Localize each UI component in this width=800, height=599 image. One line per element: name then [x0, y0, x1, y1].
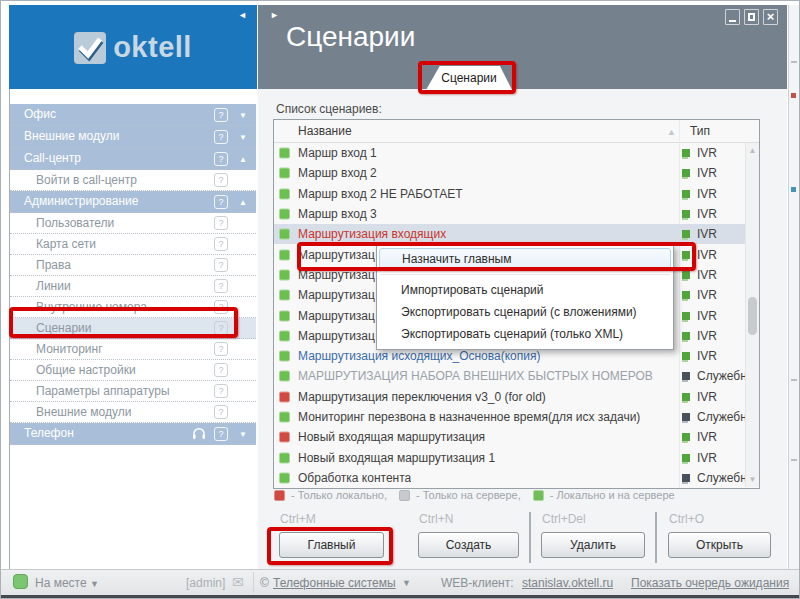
scenario-row[interactable]: МАРШРУТИЗАЦИЯ НАБОРА ВНЕШНИХ БЫСТРЫХ НОМ… — [274, 366, 745, 386]
sidebar-item-voyti-v-call-centr[interactable]: Войти в call-центр ? — [10, 170, 256, 191]
scenario-row[interactable]: Маршр вход 2 НЕ РАБОТАЕТ IVR — [274, 184, 745, 204]
scenario-type-icon — [682, 312, 690, 320]
help-icon[interactable]: ? — [214, 384, 228, 398]
scenario-row[interactable]: Новый входящая маршрутизация IVR — [274, 427, 745, 447]
scenario-type-label: IVR — [697, 451, 717, 465]
expand-arrow-icon[interactable]: ▼ — [239, 126, 247, 147]
strip-mark — [791, 459, 797, 461]
context-menu-item[interactable]: Назначить главным — [379, 248, 671, 270]
collapse-sidebar-icon[interactable]: ◄ — [238, 10, 247, 20]
scenario-name: Обработка контента — [298, 471, 411, 485]
sidebar-item-label: Линии — [36, 279, 71, 293]
sidebar-item-parametry-apparatury[interactable]: Параметры аппаратуры ? — [10, 381, 256, 402]
sidebar-item-monitoring[interactable]: Мониторинг ? — [10, 339, 256, 360]
help-icon[interactable]: ? — [214, 173, 228, 187]
scroll-down-icon[interactable]: ▼ — [746, 475, 759, 484]
scenario-row[interactable]: Маршр вход 2 IVR — [274, 163, 745, 183]
sidebar-item-vneshnie-moduli-2[interactable]: Внешние модули ? — [10, 402, 256, 423]
sidebar-item-label: Войти в call-центр — [36, 173, 137, 187]
chevron-down-icon[interactable]: ▼ — [402, 578, 411, 588]
sidebar-item-vnutrennie-nomera[interactable]: Внутренние номера ? — [10, 297, 256, 318]
scenario-type-cell: Служебн... — [682, 369, 746, 383]
maximize-button[interactable] — [744, 9, 759, 25]
expand-panel-icon[interactable]: ► — [270, 10, 279, 20]
scenario-type-icon — [682, 271, 690, 279]
scenario-type-icon — [682, 149, 690, 157]
help-icon[interactable]: ? — [214, 216, 228, 230]
sidebar-item-karta-seti[interactable]: Карта сети ? — [10, 234, 256, 255]
sidebar-item-label: Пользователи — [36, 216, 114, 230]
close-button[interactable] — [763, 9, 778, 25]
scenario-list-label: Список сценариев: — [276, 102, 382, 116]
context-menu-item[interactable]: Экспортировать сценарий (только XML) — [377, 323, 673, 345]
scenario-type-label: Служебн... — [697, 410, 746, 424]
sidebar-item-label: Внутренние номера — [36, 300, 147, 314]
scenario-row[interactable]: Обработка контента Служебн... — [274, 468, 745, 488]
mail-icon[interactable]: ✉ — [232, 574, 244, 590]
sidebar-section-vneshnie-moduli[interactable]: Внешние модули ? ▼ — [10, 126, 256, 148]
action-button-create[interactable]: Создать — [418, 532, 519, 558]
sidebar-item-prava[interactable]: Права ? — [10, 255, 256, 276]
expand-arrow-icon[interactable]: ▼ — [239, 423, 247, 444]
web-client-link[interactable]: stanislav.oktell.ru — [522, 576, 613, 590]
help-icon[interactable]: ? — [214, 300, 228, 314]
help-icon[interactable]: ? — [214, 108, 228, 122]
action-button-open[interactable]: Открыть — [668, 532, 771, 558]
sidebar-section-ofis[interactable]: Офис ? ▼ — [10, 104, 256, 126]
scenario-row[interactable]: Маршр вход 3 IVR — [274, 204, 745, 224]
header-panel: ► Сценарии — [258, 5, 787, 89]
help-icon[interactable]: ? — [214, 405, 228, 419]
tab-scenarios[interactable]: Сценарии — [426, 66, 512, 90]
scenario-type-icon — [682, 230, 690, 238]
help-icon[interactable]: ? — [214, 152, 228, 166]
sidebar-item-obschie-nastroyki[interactable]: Общие настройки ? — [10, 360, 256, 381]
help-icon[interactable]: ? — [214, 363, 228, 377]
scenario-row[interactable]: Новый входящая маршрутизация 1 IVR — [274, 447, 745, 467]
presence-status-icon[interactable] — [13, 574, 28, 589]
vertical-scrollbar[interactable]: ▲ ▼ — [745, 143, 759, 487]
help-icon[interactable]: ? — [214, 237, 228, 251]
scenario-name: Маршр вход 3 — [298, 207, 377, 221]
action-button-main[interactable]: Главный — [279, 532, 384, 558]
context-menu-item[interactable]: Импортировать сценарий — [377, 279, 673, 301]
scenario-row[interactable]: Мониторинг перезвона в назначенное время… — [274, 407, 745, 427]
scenario-type-icon — [682, 210, 690, 218]
scenario-type-icon — [682, 190, 690, 198]
action-button-delete[interactable]: Удалить — [541, 532, 645, 558]
show-waiting-queue-link[interactable]: Показать очередь ожидания — [631, 576, 789, 590]
scenario-type-cell: Служебн... — [682, 410, 746, 424]
scenario-row[interactable]: Маршр вход 1 IVR — [274, 143, 745, 163]
expand-arrow-icon[interactable]: ▲ — [239, 191, 247, 212]
strip-mark — [791, 379, 797, 381]
collapsed-side-strip[interactable] — [788, 5, 799, 569]
scroll-up-icon[interactable]: ▲ — [746, 146, 759, 155]
sidebar-section-call-centr[interactable]: Call-центр ? ▲ — [10, 148, 256, 170]
company-link[interactable]: Телефонные системы — [273, 576, 396, 590]
scenario-type-cell: IVR — [682, 349, 746, 363]
sidebar-section-administrirovanie[interactable]: Администрирование ? ▲ — [10, 191, 256, 213]
legend-item: - Только локально, — [274, 489, 387, 501]
scroll-thumb[interactable] — [748, 297, 757, 335]
help-icon[interactable]: ? — [214, 427, 228, 441]
presence-selector[interactable]: На месте ▼ — [35, 576, 99, 590]
scenario-row[interactable]: Маршрутизация переключения v3_0 (for old… — [274, 387, 745, 407]
scenario-status-icon — [279, 432, 290, 443]
help-icon[interactable]: ? — [214, 279, 228, 293]
help-icon[interactable]: ? — [214, 321, 228, 335]
sidebar-section-telefon[interactable]: Телефон ? ▼ — [10, 423, 256, 445]
scenario-row[interactable]: Маршрутизация входящих IVR — [274, 224, 745, 244]
sidebar-item-polzovateli[interactable]: Пользователи ? — [10, 213, 256, 234]
column-header-type[interactable]: Тип — [690, 124, 710, 138]
help-icon[interactable]: ? — [214, 195, 228, 209]
help-icon[interactable]: ? — [214, 258, 228, 272]
help-icon[interactable]: ? — [214, 130, 228, 144]
context-menu-item[interactable]: Экспортировать сценарий (с вложениями) — [377, 301, 673, 323]
expand-arrow-icon[interactable]: ▼ — [239, 104, 247, 125]
sidebar-item-scenarii[interactable]: Сценарии ? — [10, 318, 256, 339]
column-header-name[interactable]: Название — [298, 124, 352, 138]
oktell-logo: oktell — [9, 31, 257, 64]
expand-arrow-icon[interactable]: ▲ — [239, 148, 247, 169]
help-icon[interactable]: ? — [214, 342, 228, 356]
minimize-button[interactable] — [725, 9, 740, 25]
sidebar-item-linii[interactable]: Линии ? — [10, 276, 256, 297]
